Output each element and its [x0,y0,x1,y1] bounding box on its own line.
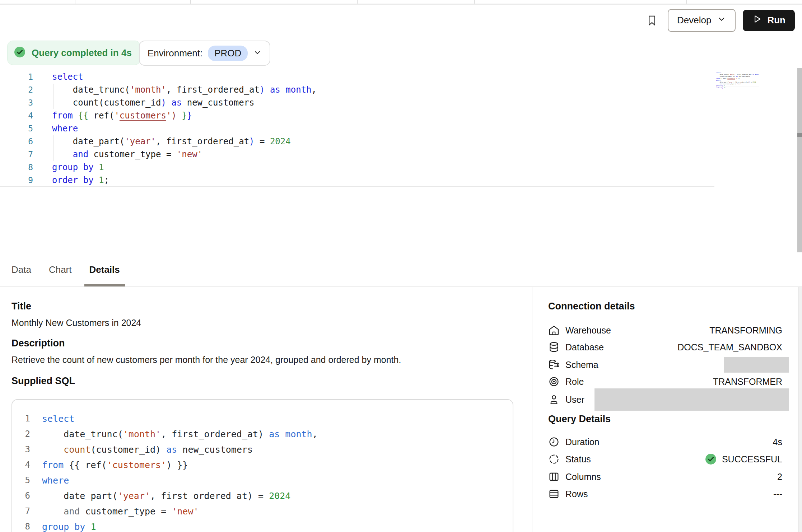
sql-editor[interactable]: 1select2 date_trunc('month', first_order… [0,70,802,253]
detail-value: SUCCESSFUL [704,453,789,466]
details-scroll-track[interactable] [798,287,802,532]
file-tab-separator [686,0,687,4]
line-number: 7 [0,148,33,161]
code-line: 3 count(customer_id) as new_customers [0,96,714,109]
success-check-icon [13,46,26,60]
detail-label: Duration [565,437,600,447]
user-icon [548,394,560,405]
detail-label: Role [565,377,584,387]
editor-scrollbar[interactable] [797,68,802,252]
code-line: 6 date_part('year', first_ordered_at) = … [0,135,714,148]
detail-row-status: StatusSUCCESSFUL [548,451,789,468]
line-number: 3 [12,442,30,457]
columns-icon [548,471,560,482]
line-number: 5 [0,122,33,135]
rows-icon [548,488,560,500]
environment-value-chip: PROD [208,46,248,61]
play-icon [752,14,762,27]
line-number: 1 [12,411,30,426]
detail-value: TRANSFORMER [713,377,789,387]
develop-button[interactable]: Develop [668,9,736,32]
run-button-label: Run [767,15,785,26]
code-line: 7 and customer_type = 'new' [0,148,714,161]
tab-data[interactable]: Data [11,253,31,286]
line-number: 6 [0,135,33,148]
supplied-sql-heading: Supplied SQL [11,375,75,387]
line-number: 9 [0,174,33,186]
code-line: 7 and customer_type = 'new' [12,504,513,519]
supplied-sql-block: 1select2 date_trunc('month', first_order… [11,399,513,532]
line-number: 3 [0,96,33,109]
connection-panel: Connection details WarehouseTRANSFORMING… [548,287,789,532]
code-line: 3 count(customer_id) as new_customers [12,442,513,457]
indent-guide [53,135,53,161]
app-window: Develop Run Query completed in 4s Enviro… [0,0,802,532]
file-tab-separator [190,0,191,4]
description-heading: Description [11,338,65,349]
code-line: 4from {{ ref('customers') }} [12,457,513,473]
line-number: 8 [12,519,30,532]
detail-label: Columns [565,472,601,482]
detail-label: Rows [565,489,588,499]
detail-value: DOCS_TEAM_SANDBOX [677,342,789,353]
file-tabstrip [0,0,802,5]
detail-row-duration: Duration4s [548,433,789,451]
tab-details[interactable]: Details [89,253,120,286]
environment-selector[interactable]: Environment: PROD [139,41,270,66]
line-number: 4 [12,457,30,473]
warehouse-icon [548,325,560,336]
detail-row-role: RoleTRANSFORMER [548,373,789,390]
detail-label: Schema [565,360,598,370]
description-value: Retrieve the count of new customers per … [11,355,401,365]
results-tabbar: DataChartDetails [0,253,802,287]
code-line: 9order by 1; [0,174,714,187]
detail-row-database: DatabaseDOCS_TEAM_SANDBOX [548,339,789,356]
detail-label: Database [565,342,604,353]
code-line: 2 date_trunc('month', first_ordered_at) … [0,83,714,96]
code-line: 1select [0,70,714,83]
detail-value: 2 [777,472,789,482]
detail-label: User [565,395,584,405]
run-button[interactable]: Run [743,10,795,31]
line-number: 6 [12,488,30,504]
environment-label: Environment: [148,48,202,59]
detail-row-user: User [548,388,789,411]
redacted-value [594,388,789,411]
detail-label: Status [565,454,591,465]
success-check-icon [704,453,717,466]
code-line: 8group by 1 [12,519,513,532]
query-status-text: Query completed in 4s [32,47,132,59]
scrollbar-thumb[interactable] [797,133,802,137]
chevron-down-icon [253,48,262,58]
line-number: 8 [0,161,33,174]
query-status-pill: Query completed in 4s [7,41,141,65]
develop-button-label: Develop [677,15,711,26]
schema-icon [548,359,560,370]
file-tab-separator [474,0,475,4]
redacted-value [724,357,789,373]
tab-chart[interactable]: Chart [49,253,72,286]
title-heading: Title [11,301,31,312]
details-pane: Title Monthly New Customers in 2024 Desc… [0,287,802,532]
line-number: 2 [12,426,30,442]
connection-heading: Connection details [548,301,635,312]
code-line: 8group by 1 [0,161,714,174]
query-details-heading: Query Details [548,414,611,425]
detail-value: --- [773,489,789,499]
line-number: 5 [12,473,30,488]
query-statusbar: Query completed in 4s Environment: PROD [0,37,802,70]
editor-minimap[interactable]: select date_trunc('month', first_ordered… [716,72,759,115]
file-tab-separator [75,0,75,4]
indent-guide [53,84,53,109]
detail-value: TRANSFORMING [709,325,789,336]
code-line: 6 date_part('year', first_ordered_at) = … [12,488,513,504]
line-number: 2 [0,83,33,96]
detail-label: Warehouse [565,325,611,336]
status-spinner-icon [548,453,560,465]
detail-row-rows: Rows--- [548,485,789,503]
code-line: 2 date_trunc('month', first_ordered_at) … [12,426,513,442]
database-icon [548,341,560,353]
chevron-down-icon [717,14,726,26]
detail-row-schema: Schema [548,356,789,373]
bookmark-icon[interactable] [645,13,658,28]
